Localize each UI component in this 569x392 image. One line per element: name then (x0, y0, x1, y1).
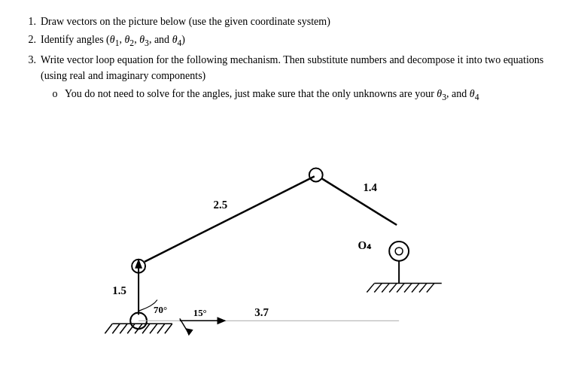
mechanism-diagram: 1.5 2.5 1.4 (23, 112, 546, 353)
label-25: 2.5 (214, 199, 228, 211)
label-70deg: 70° (154, 304, 167, 315)
svg-line-9 (165, 324, 172, 333)
label-O4: O₄ (358, 239, 372, 251)
bullet-icon: o (50, 86, 60, 105)
svg-line-18 (419, 283, 427, 292)
diagram-area: 1.5 2.5 1.4 (23, 112, 546, 353)
label-37: 3.7 (254, 306, 269, 318)
item-1-num: 1. (23, 14, 36, 30)
sub-item-text: You do not need to solve for the angles,… (65, 86, 479, 105)
ground-right (367, 283, 441, 292)
svg-line-11 (367, 283, 374, 292)
item-2-num: 2. (23, 32, 36, 50)
arrow-15-head (186, 328, 193, 336)
svg-line-1 (105, 324, 112, 333)
label-15deg: 15° (193, 307, 207, 318)
svg-line-13 (382, 283, 389, 292)
svg-line-3 (120, 324, 127, 333)
item-2: 2. Identify angles (θ1, θ2, θ3, and θ4) (23, 32, 546, 50)
pivot-O4-inner (395, 248, 403, 255)
item-3: 3. Write vector loop equation for the fo… (23, 52, 546, 84)
label-14: 1.4 (363, 181, 377, 193)
svg-line-16 (404, 283, 412, 292)
arrow-horiz-head (218, 317, 227, 324)
pivot-O4-outer (389, 242, 409, 261)
link-25 (145, 176, 315, 261)
item-2-text: Identify angles (θ1, θ2, θ3, and θ4) (41, 32, 546, 50)
svg-line-15 (397, 283, 404, 292)
instructions: 1. Draw vectors on the picture below (us… (23, 14, 546, 105)
label-15: 1.5 (112, 284, 126, 296)
svg-line-12 (374, 283, 382, 292)
svg-line-2 (112, 324, 120, 333)
svg-line-19 (427, 283, 434, 292)
item-1-text: Draw vectors on the picture below (use t… (41, 14, 546, 30)
item-3-num: 3. (23, 52, 36, 84)
page: 1. Draw vectors on the picture below (us… (0, 0, 569, 392)
item-1: 1. Draw vectors on the picture below (us… (23, 14, 546, 30)
pivot-top (309, 168, 323, 181)
svg-line-7 (150, 324, 157, 333)
item-3-text: Write vector loop equation for the follo… (41, 52, 546, 84)
svg-line-17 (412, 283, 419, 292)
link-14 (322, 178, 397, 225)
svg-line-14 (389, 283, 397, 292)
svg-line-8 (157, 324, 165, 333)
sub-item-1: o You do not need to solve for the angle… (50, 86, 546, 105)
